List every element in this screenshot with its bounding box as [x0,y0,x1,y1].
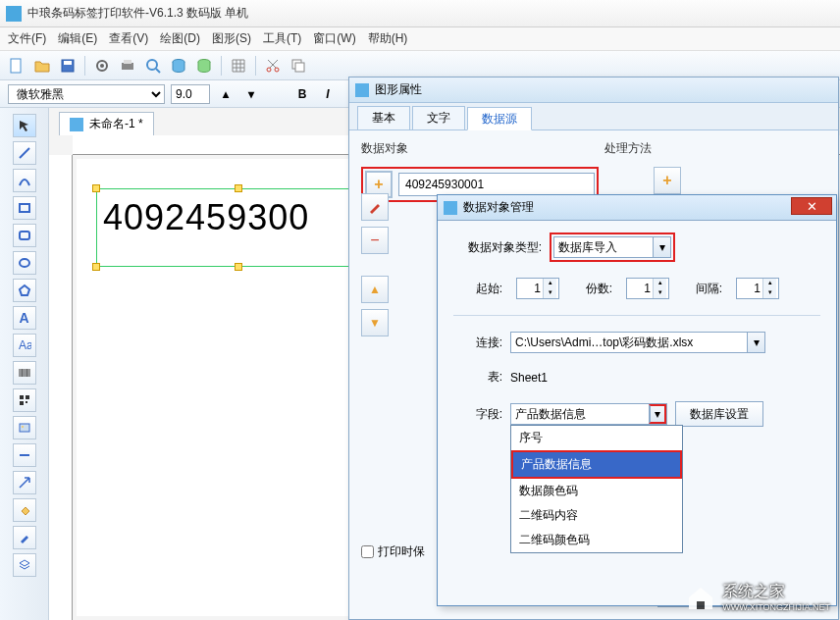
tool-arrow[interactable] [13,471,36,494]
move-up-button[interactable]: ▲ [361,276,389,303]
svg-point-11 [267,68,271,72]
label-process: 处理方法 [604,140,652,157]
field-select[interactable]: 产品数据信息 ▾ [510,403,667,425]
start-spinner[interactable]: ▴▾ [516,278,559,299]
font-size-up[interactable]: ▴ [216,84,236,104]
tool-layers[interactable] [13,553,36,577]
close-button[interactable]: ✕ [791,197,832,215]
tool-qr[interactable] [13,388,36,412]
font-size-down[interactable]: ▾ [241,84,261,104]
field-value: 产品数据信息 [515,406,586,423]
tb-save[interactable] [57,55,79,77]
tool-line[interactable] [13,141,36,165]
tb-settings[interactable] [91,55,113,77]
handle-bm[interactable] [235,263,242,271]
tool-curve[interactable] [13,169,36,192]
watermark-name: 系统之家 [722,582,830,602]
chevron-down-icon[interactable]: ▾ [649,404,666,424]
handle-bl[interactable] [92,263,100,271]
svg-rect-22 [20,401,24,405]
tool-richtext[interactable]: Aa [13,334,36,357]
svg-rect-24 [20,424,29,432]
tool-roundrect[interactable] [13,224,36,247]
svg-rect-16 [20,204,29,212]
font-size-input[interactable] [171,84,210,104]
add-process-button[interactable]: + [654,167,681,194]
type-select[interactable]: 数据库导入 ▾ [553,236,671,258]
text-object[interactable]: 4092459300 [96,188,381,267]
tab-text[interactable]: 文字 [412,106,465,129]
tb-new[interactable] [6,55,27,77]
print-checkbox[interactable] [361,545,374,558]
delete-button[interactable]: − [361,227,389,254]
field-option[interactable]: 产品数据信息 [513,452,680,477]
tool-polygon[interactable] [13,279,36,302]
house-icon [685,584,716,611]
menu-help[interactable]: 帮助(H) [368,30,408,47]
doc-tab-label: 未命名-1 * [89,116,143,132]
tb-preview[interactable] [142,55,164,77]
db-settings-button[interactable]: 数据库设置 [675,401,763,427]
table-label: 表: [453,369,502,386]
edit-button[interactable] [361,193,389,221]
menu-file[interactable]: 文件(F) [8,30,46,47]
field-option[interactable]: 数据颜色码 [511,479,682,503]
tb-print[interactable] [117,55,138,77]
field-option[interactable]: 序号 [511,426,682,450]
svg-rect-2 [64,61,72,65]
menu-window[interactable]: 窗口(W) [313,30,355,47]
tool-line2[interactable] [13,443,36,467]
tb-db[interactable] [168,55,189,77]
svg-rect-14 [295,63,304,72]
bold-button[interactable]: B [292,84,312,104]
tab-basic[interactable]: 基本 [357,106,410,129]
tb-grid[interactable] [228,55,249,77]
data-value-input[interactable] [398,173,595,196]
label-data-object: 数据对象 [361,140,408,157]
handle-tm[interactable] [235,184,242,192]
svg-point-18 [20,259,29,267]
menu-view[interactable]: 查看(V) [109,30,148,47]
tool-barcode[interactable] [13,361,36,385]
panel2-titlebar[interactable]: 数据对象管理 ✕ [438,195,836,221]
tool-eyedrop[interactable] [13,526,36,549]
svg-line-15 [20,148,29,158]
left-toolbox: A Aa [0,108,49,620]
font-family-select[interactable]: 微软雅黑 [8,84,165,104]
document-tab[interactable]: 未命名-1 * [59,112,154,135]
tool-rect[interactable] [13,196,36,220]
gap-spinner[interactable]: ▴▾ [736,278,779,299]
tb-copy[interactable] [288,55,309,77]
count-spinner[interactable]: ▴▾ [626,278,669,299]
chevron-down-icon[interactable]: ▾ [747,333,764,352]
tab-datasource[interactable]: 数据源 [467,107,532,130]
menu-tool[interactable]: 工具(T) [263,30,301,47]
tb-db2[interactable] [193,55,215,77]
svg-text:Aa: Aa [19,338,31,352]
tool-image[interactable] [13,416,36,439]
menu-shape[interactable]: 图形(S) [212,30,251,47]
conn-select[interactable]: C:\Users\Admi…top\彩码数据.xlsx ▾ [510,332,765,353]
field-option[interactable]: 二维码颜色码 [511,528,682,552]
panel1-titlebar[interactable]: 图形属性 [349,78,838,103]
menu-draw[interactable]: 绘图(D) [160,30,200,47]
svg-point-7 [147,60,157,70]
handle-tl[interactable] [92,184,100,192]
tb-open[interactable] [31,55,53,77]
tool-text[interactable]: A [13,306,36,330]
italic-button[interactable]: I [318,84,338,104]
titlebar: 中琅条码标签打印软件-V6.1.3 数码版 单机 [0,0,840,27]
tb-cut[interactable] [262,55,284,77]
field-option[interactable]: 二维码内容 [511,503,682,528]
move-down-button[interactable]: ▼ [361,309,389,336]
tool-ellipse[interactable] [13,251,36,275]
menu-edit[interactable]: 编辑(E) [58,30,97,47]
ruler-vertical [49,155,73,620]
tool-pointer[interactable] [13,114,36,137]
menubar: 文件(F) 编辑(E) 查看(V) 绘图(D) 图形(S) 工具(T) 窗口(W… [0,27,840,51]
conn-value: C:\Users\Admi…top\彩码数据.xlsx [515,335,693,351]
tool-fill[interactable] [13,498,36,522]
chevron-down-icon[interactable]: ▾ [653,237,670,257]
panel1-title: 图形属性 [375,81,422,98]
svg-rect-0 [11,59,21,73]
